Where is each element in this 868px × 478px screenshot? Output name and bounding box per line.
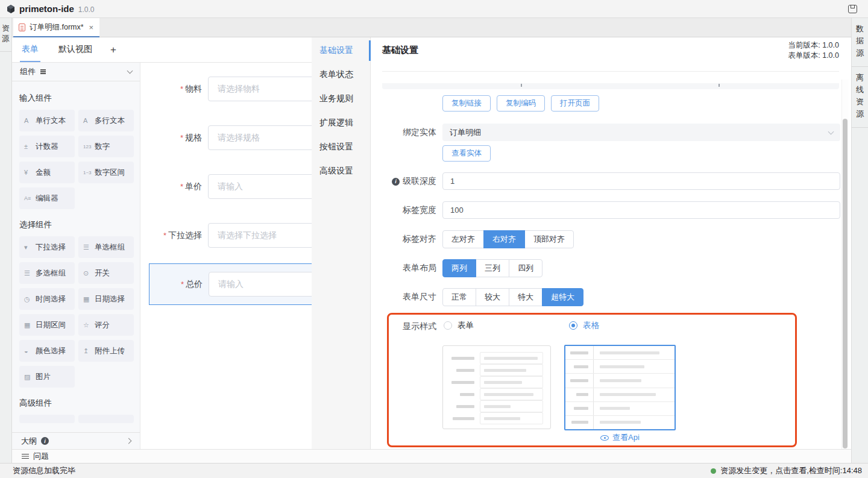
component-chip-counter[interactable]: ±计数器 <box>19 136 75 157</box>
image-icon: ▨ <box>24 373 36 381</box>
required-mark: * <box>180 84 183 93</box>
editor-icon: A≡ <box>24 195 36 201</box>
label-width-input[interactable]: 100 <box>442 201 840 219</box>
canvas-field-material[interactable]: *物料 请选择物料 <box>140 77 312 101</box>
component-chip-switch[interactable]: ⊙开关 <box>78 262 134 284</box>
bind-entity-select[interactable]: 订单明细 <box>442 124 840 141</box>
display-style-label: 显示样式 <box>371 321 436 332</box>
view-tab-bar: 表单 默认视图 + <box>12 37 312 63</box>
two-column-option[interactable]: 两列 <box>442 259 476 277</box>
save-icon[interactable] <box>848 5 857 13</box>
form-canvas[interactable]: *物料 请选择物料 *规格 请选择规格 *单价 请输入 *下拉选择 请选择下拉选… <box>140 63 312 449</box>
app-logo-icon <box>6 4 16 14</box>
radio-checked-icon[interactable] <box>569 321 577 330</box>
component-chip-single-text[interactable]: A单行文本 <box>19 110 75 131</box>
section-title-select: 选择组件 <box>19 219 134 230</box>
size-large-option[interactable]: 较大 <box>476 288 509 306</box>
open-page-button[interactable]: 打开页面 <box>551 95 599 112</box>
three-column-option[interactable]: 三列 <box>476 259 509 277</box>
display-style-table-radio[interactable]: 表格 <box>569 320 599 331</box>
rail-item-resources[interactable]: 资源 <box>0 18 11 52</box>
calendar-icon: ▦ <box>83 295 95 303</box>
list-icon <box>22 454 29 459</box>
tab-default-view[interactable]: 默认视图 <box>57 37 94 62</box>
rail-item-datasource[interactable]: 数据源 <box>852 18 868 67</box>
display-style-form-radio[interactable]: 表单 <box>444 320 474 331</box>
view-entity-button[interactable]: 查看实体 <box>442 145 491 162</box>
size-xlarge-option[interactable]: 特大 <box>509 288 542 306</box>
form-style-preview-card[interactable] <box>442 345 551 429</box>
components-panel-header[interactable]: 组件 <box>12 63 140 81</box>
component-chip-time-picker[interactable]: ◷时间选择 <box>19 288 75 310</box>
add-view-button[interactable]: + <box>110 37 116 62</box>
align-left-option[interactable]: 左对齐 <box>442 230 484 248</box>
app-version: 1.0.0 <box>78 5 95 14</box>
status-right-text: 资源发生变更，点击查看,检查时间:14:48 <box>720 465 862 476</box>
cascade-depth-input[interactable]: 1 <box>442 172 840 190</box>
info-icon <box>392 178 400 186</box>
view-api-link[interactable]: 查看Api <box>564 432 676 443</box>
component-chip-checkbox-group[interactable]: ☰多选框组 <box>19 262 75 284</box>
clock-icon: ◷ <box>24 295 36 303</box>
component-chip-image[interactable]: ▨图片 <box>19 366 75 388</box>
align-right-option[interactable]: 右对齐 <box>483 230 525 248</box>
radio-unchecked-icon[interactable] <box>444 321 452 330</box>
outline-label: 大纲 <box>21 436 37 447</box>
component-chip-date-picker[interactable]: ▦日期选择 <box>78 288 134 310</box>
component-chip-clipped[interactable] <box>78 415 134 423</box>
table-style-preview-card[interactable] <box>564 345 676 430</box>
nav-extension-logic[interactable]: 扩展逻辑 <box>312 111 370 135</box>
components-panel: 组件 输入组件 A单行文本 A多行文本 ±计数器 123数字 ¥金额 1~3数字… <box>12 63 140 449</box>
canvas-field-dropdown[interactable]: *下拉选择 请选择下拉选择 <box>140 223 312 248</box>
section-title-advanced: 高级组件 <box>19 398 134 409</box>
rail-item-offline-resources[interactable]: 离线资源 <box>852 67 868 128</box>
status-right[interactable]: 资源发生变更，点击查看,检查时间:14:48 <box>711 465 862 476</box>
outline-bar[interactable]: 大纲 <box>12 432 140 449</box>
left-rail: 资源 <box>0 18 12 463</box>
scrollbar-thumb[interactable] <box>843 119 848 448</box>
component-chip-money[interactable]: ¥金额 <box>19 162 75 183</box>
copy-code-button[interactable]: 复制编码 <box>497 95 545 112</box>
nav-form-state[interactable]: 表单状态 <box>312 63 370 87</box>
component-chip-dropdown[interactable]: ▾下拉选择 <box>19 236 75 258</box>
chevron-down-icon[interactable] <box>127 68 133 74</box>
total-price-input[interactable]: 请输入 <box>209 272 312 297</box>
link-actions: 复制链接 复制编码 打开页面 <box>442 95 599 112</box>
close-tab-icon[interactable]: × <box>89 23 94 32</box>
file-tab-order-detail[interactable]: 订单明细.formx* × <box>13 18 99 37</box>
label-align-group: 左对齐 右对齐 顶部对齐 <box>442 230 574 248</box>
copy-link-button[interactable]: 复制链接 <box>442 95 491 112</box>
nav-button-settings[interactable]: 按钮设置 <box>312 135 370 159</box>
component-chip-number-range[interactable]: 1~3数字区间 <box>78 162 134 183</box>
nav-business-rules[interactable]: 业务规则 <box>312 87 370 111</box>
canvas-field-unit-price[interactable]: *单价 请输入 <box>140 174 312 199</box>
canvas-field-total-price-selected[interactable]: *总价 请输入 <box>149 263 312 305</box>
component-chip-multi-text[interactable]: A多行文本 <box>78 110 134 131</box>
component-chip-radio-group[interactable]: ☰单选框组 <box>78 236 134 258</box>
canvas-field-spec[interactable]: *规格 请选择规格 <box>140 125 312 150</box>
component-chip-date-range[interactable]: ▦日期区间 <box>19 314 75 336</box>
tab-form[interactable]: 表单 <box>20 37 40 62</box>
component-chip-upload[interactable]: ↥附件上传 <box>78 340 134 362</box>
size-normal-option[interactable]: 正常 <box>442 288 476 306</box>
component-chip-number[interactable]: 123数字 <box>78 136 134 157</box>
select-components-grid: ▾下拉选择 ☰单选框组 ☰多选框组 ⊙开关 ◷时间选择 ▦日期选择 ▦日期区间 … <box>19 236 134 388</box>
nav-basic-settings[interactable]: 基础设置 <box>312 39 370 63</box>
problems-label: 问题 <box>33 451 49 462</box>
align-top-option[interactable]: 顶部对齐 <box>524 230 574 248</box>
size-xxlarge-option[interactable]: 超特大 <box>542 288 583 306</box>
component-chip-color-picker[interactable]: ◒颜色选择 <box>19 340 75 362</box>
number-icon: 123 <box>83 144 95 149</box>
file-tab-strip: 订单明细.formx* × <box>12 18 851 37</box>
spec-select-input[interactable]: 请选择规格 <box>208 125 312 150</box>
four-column-option[interactable]: 四列 <box>509 259 542 277</box>
component-chip-rating[interactable]: ☆评分 <box>78 314 134 336</box>
nav-advanced-settings[interactable]: 高级设置 <box>312 159 370 183</box>
material-select-input[interactable]: 请选择物料 <box>208 77 312 101</box>
problems-bar[interactable]: 问题 <box>12 449 851 463</box>
component-chip-editor[interactable]: A≡编辑器 <box>19 187 75 209</box>
status-bar: 资源信息加载完毕 资源发生变更，点击查看,检查时间:14:48 <box>0 463 868 478</box>
dropdown-select-input[interactable]: 请选择下拉选择 <box>208 223 312 248</box>
component-chip-clipped[interactable] <box>19 415 75 423</box>
unit-price-input[interactable]: 请输入 <box>208 174 312 199</box>
